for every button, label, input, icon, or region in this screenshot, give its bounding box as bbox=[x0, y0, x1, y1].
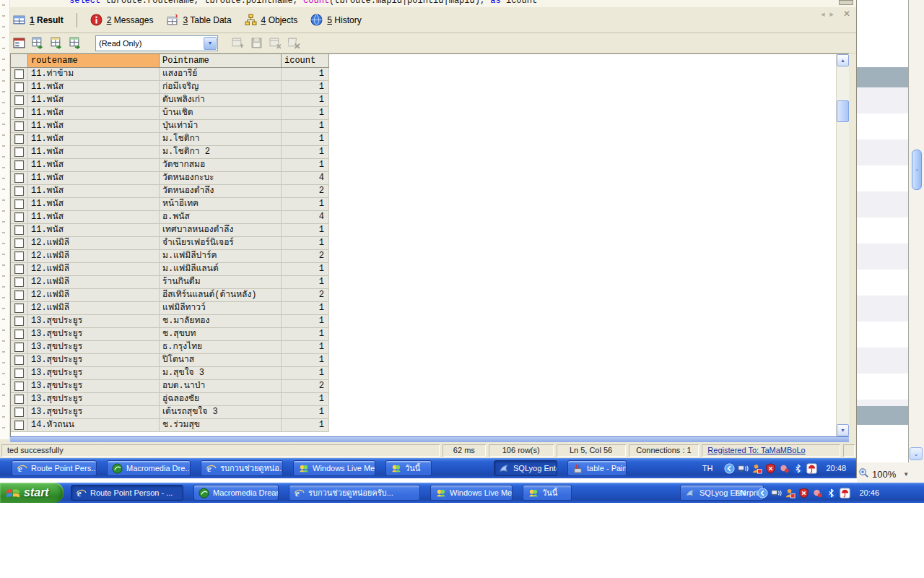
tab-scroll-right-icon[interactable]: ▸ bbox=[829, 9, 834, 19]
tab-result[interactable]: 1 Result bbox=[13, 14, 64, 26]
tab-table-data[interactable]: 3 Table Data bbox=[166, 14, 231, 26]
network-icon[interactable] bbox=[771, 488, 782, 499]
panel-scroll-down-icon[interactable]: ⌄ bbox=[910, 447, 923, 460]
zoom-control[interactable]: 100% ▼ bbox=[858, 467, 909, 480]
row-checkbox[interactable] bbox=[14, 342, 24, 352]
row-checkbox[interactable] bbox=[14, 277, 24, 287]
row-checkbox[interactable] bbox=[14, 108, 24, 118]
grid-header-routename[interactable]: routename bbox=[28, 54, 160, 68]
table-row[interactable]: 11.พนัสปุ่นเท่าม้า1 bbox=[11, 120, 329, 133]
registered-to-link[interactable]: Registered To: TaMaMBoLo bbox=[702, 444, 840, 457]
scrollbar-thumb[interactable] bbox=[837, 100, 849, 122]
grid-vertical-scrollbar[interactable]: ▲ ▼ bbox=[836, 54, 849, 436]
taskbar-button[interactable]: eรบกวนช่วยดูหน่อ... bbox=[201, 460, 283, 476]
form-view-icon[interactable] bbox=[13, 37, 25, 49]
table-row[interactable]: 12.แฟมิลี่แฟมิลี่ทาวว์1 bbox=[11, 302, 329, 315]
scroll-up-icon[interactable]: ▲ bbox=[837, 54, 849, 66]
export-csv-icon[interactable] bbox=[51, 37, 63, 49]
grid-header-icount[interactable]: icount bbox=[282, 54, 329, 68]
taskbar-button[interactable]: วันนี้ bbox=[385, 460, 432, 476]
row-checkbox[interactable] bbox=[14, 134, 24, 144]
result-mode-combobox[interactable]: (Read Only) ▼ bbox=[95, 35, 218, 51]
row-checkbox[interactable] bbox=[14, 394, 24, 404]
person-status-icon[interactable] bbox=[785, 488, 796, 499]
taskbar-button[interactable]: Macromedia Dre... bbox=[107, 460, 191, 476]
shield-alert-icon[interactable] bbox=[765, 463, 776, 474]
table-row[interactable]: 12.แฟมิลี่อีสเทิร์นแลนด์(ด้านหลัง)2 bbox=[11, 289, 329, 302]
tab-objects[interactable]: 4 Objects bbox=[245, 14, 298, 26]
table-row[interactable]: 12.แฟมิลี่จำเนียรเฟอร์นิเจอร์1 bbox=[11, 237, 329, 250]
table-row[interactable]: 13.สุขประยูรช.สุขบท1 bbox=[11, 328, 329, 341]
tab-scroll-left-icon[interactable]: ◂ bbox=[821, 9, 825, 19]
avira-icon[interactable] bbox=[806, 463, 817, 474]
zoom-dropdown-icon[interactable]: ▼ bbox=[903, 471, 909, 478]
row-checkbox[interactable] bbox=[14, 368, 24, 378]
row-checkbox[interactable] bbox=[14, 420, 24, 430]
bluetooth-icon[interactable] bbox=[826, 488, 837, 499]
table-row[interactable]: 11.ท่าข้ามแสงอารีย์1 bbox=[11, 68, 329, 81]
row-checkbox[interactable] bbox=[14, 355, 24, 365]
row-checkbox[interactable] bbox=[14, 290, 24, 300]
row-checkbox[interactable] bbox=[14, 407, 24, 417]
grid-header-pointname[interactable]: Pointname bbox=[160, 54, 282, 68]
table-row[interactable]: 11.พนัสดับเพลิงเก่า1 bbox=[11, 94, 329, 107]
row-checkbox[interactable] bbox=[14, 251, 24, 261]
table-row[interactable]: 12.แฟมิลี่ร้านกินดื่ม1 bbox=[11, 276, 329, 289]
chevron-down-icon[interactable]: ▼ bbox=[204, 37, 217, 50]
table-row[interactable]: 11.พนัสเทศบาลหนองตำลึง1 bbox=[11, 224, 329, 237]
table-row[interactable]: 11.พนัสวัดหนองกะบะ4 bbox=[11, 172, 329, 185]
grid-header-checkbox[interactable] bbox=[11, 54, 28, 68]
scroll-down-icon[interactable]: ▼ bbox=[837, 424, 849, 436]
table-row[interactable]: 11.พนัสอ.พนัส4 bbox=[11, 211, 329, 224]
tab-history[interactable]: 5 History bbox=[310, 14, 361, 26]
row-checkbox[interactable] bbox=[14, 329, 24, 339]
language-indicator[interactable]: EN bbox=[735, 488, 746, 497]
tab-messages[interactable]: 2 Messages bbox=[90, 14, 154, 26]
row-checkbox[interactable] bbox=[14, 82, 24, 92]
row-checkbox[interactable] bbox=[14, 238, 24, 248]
row-checkbox[interactable] bbox=[14, 303, 24, 313]
tray-chevron-icon[interactable] bbox=[724, 463, 735, 474]
person-status-icon[interactable] bbox=[751, 463, 762, 474]
row-checkbox[interactable] bbox=[14, 160, 24, 170]
taskbar-button[interactable]: SQLyog Enterpri... bbox=[494, 460, 557, 476]
table-row[interactable]: 13.สุขประยูรเต้นรถสุขใจ 31 bbox=[11, 406, 329, 419]
table-row[interactable]: 11.พนัสวัดหนองตำลึง2 bbox=[11, 185, 329, 198]
row-checkbox[interactable] bbox=[14, 95, 24, 105]
row-checkbox[interactable] bbox=[14, 381, 24, 391]
taskbar-button[interactable]: วันนี้ bbox=[523, 485, 572, 501]
row-checkbox[interactable] bbox=[14, 225, 24, 235]
row-checkbox[interactable] bbox=[14, 121, 24, 131]
row-checkbox[interactable] bbox=[14, 199, 24, 209]
table-row[interactable]: 11.พนัสม.โชติกา1 bbox=[11, 133, 329, 146]
row-checkbox[interactable] bbox=[14, 264, 24, 274]
table-row[interactable]: 13.สุขประยูรอู่ฉลองชัย1 bbox=[11, 393, 329, 406]
table-row[interactable]: 14.หัวถนนช.ร่วมสุข1 bbox=[11, 419, 329, 432]
bluetooth-icon[interactable] bbox=[793, 463, 803, 474]
tray-clock[interactable]: 20:48 bbox=[826, 464, 846, 473]
badge-icon[interactable] bbox=[779, 463, 790, 474]
avira-icon[interactable] bbox=[840, 488, 850, 499]
grid-horizontal-scrollbar[interactable] bbox=[10, 436, 849, 442]
table-row[interactable]: 12.แฟมิลี่ม.แฟมิลี่ปาร์ค2 bbox=[11, 250, 329, 263]
taskbar-button[interactable]: eRoute Point Pers... bbox=[12, 460, 97, 476]
row-checkbox[interactable] bbox=[14, 316, 24, 326]
taskbar-button[interactable]: Macromedia Dreamw... bbox=[193, 485, 279, 501]
network-icon[interactable] bbox=[738, 463, 749, 474]
table-row[interactable]: 11.พนัสม.โชติกา 21 bbox=[11, 146, 329, 159]
row-checkbox[interactable] bbox=[14, 173, 24, 183]
taskbar-button[interactable]: table - Paint bbox=[567, 460, 627, 476]
table-row[interactable]: 13.สุขประยูรช.มาลัยทอง1 bbox=[11, 315, 329, 328]
panel-scrollbar-thumb[interactable]: ≡ bbox=[912, 150, 922, 190]
language-indicator[interactable]: TH bbox=[702, 464, 713, 473]
table-row[interactable]: 11.พนัสบ้านเชิด1 bbox=[11, 107, 329, 120]
row-checkbox[interactable] bbox=[14, 186, 24, 196]
table-row[interactable]: 11.พนัสหน้าอีเทค1 bbox=[11, 198, 329, 211]
table-row[interactable]: 11.พนัสวัดชากสมอ1 bbox=[11, 159, 329, 172]
table-row[interactable]: 13.สุขประยูรธ.กรุงไทย1 bbox=[11, 341, 329, 354]
start-button[interactable]: start bbox=[0, 483, 64, 503]
tray-chevron-icon[interactable] bbox=[757, 488, 768, 499]
tray-clock[interactable]: 20:46 bbox=[859, 488, 879, 497]
taskbar-button[interactable]: Windows Live Me... bbox=[293, 460, 375, 476]
taskbar-button[interactable]: eRoute Point Person - ... bbox=[71, 485, 183, 501]
